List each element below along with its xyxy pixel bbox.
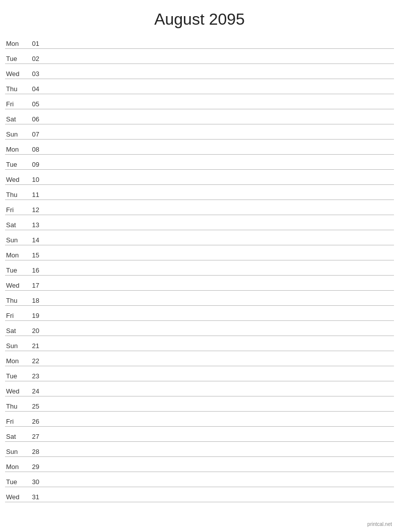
day-line [39, 334, 394, 335]
day-name: Mon [5, 251, 24, 259]
day-row: Fri12 [5, 200, 394, 215]
day-row: Thu25 [5, 396, 394, 412]
day-line [39, 77, 394, 78]
day-name: Wed [5, 493, 24, 501]
day-number: 10 [24, 176, 39, 183]
day-name: Sat [5, 433, 24, 440]
day-number: 29 [24, 463, 39, 471]
day-line [39, 168, 394, 168]
day-row: Fri19 [5, 306, 394, 321]
day-name: Fri [5, 312, 24, 319]
day-name: Wed [5, 387, 24, 395]
day-row: Sat27 [5, 427, 394, 442]
day-name: Mon [5, 146, 24, 153]
day-number: 15 [24, 251, 39, 259]
day-row: Mon22 [5, 351, 394, 366]
day-name: Thu [5, 403, 24, 410]
day-number: 20 [24, 327, 39, 335]
day-name: Mon [5, 357, 24, 365]
day-number: 09 [24, 161, 39, 168]
day-row: Mon29 [5, 457, 394, 472]
day-line [39, 455, 394, 455]
day-number: 13 [24, 221, 39, 229]
day-line [39, 258, 394, 259]
day-line [39, 379, 394, 380]
day-number: 21 [24, 342, 39, 350]
day-row: Fri26 [5, 412, 394, 427]
day-line [39, 47, 394, 47]
day-number: 27 [24, 433, 39, 440]
day-number: 19 [24, 312, 39, 319]
day-name: Tue [5, 372, 24, 380]
day-row: Wed17 [5, 276, 394, 291]
day-number: 03 [24, 70, 39, 78]
footer-credit: printcal.net [367, 521, 392, 527]
day-name: Tue [5, 55, 24, 62]
day-row: Sat06 [5, 109, 394, 124]
day-name: Thu [5, 85, 24, 93]
day-row: Sun21 [5, 336, 394, 351]
day-number: 16 [24, 267, 39, 274]
day-row: Tue23 [5, 366, 394, 381]
day-name: Sat [5, 327, 24, 335]
day-name: Fri [5, 100, 24, 108]
day-line [39, 440, 394, 440]
day-name: Mon [5, 40, 24, 47]
day-name: Sun [5, 236, 24, 244]
day-row: Tue16 [5, 260, 394, 276]
day-number: 14 [24, 236, 39, 244]
day-line [39, 304, 394, 304]
day-number: 24 [24, 387, 39, 395]
day-name: Fri [5, 418, 24, 425]
day-row: Tue30 [5, 472, 394, 487]
day-line [39, 243, 394, 244]
day-number: 30 [24, 478, 39, 486]
day-number: 06 [24, 115, 39, 123]
day-line [39, 410, 394, 410]
day-number: 08 [24, 146, 39, 153]
day-row: Mon01 [5, 34, 394, 49]
day-line [39, 198, 394, 198]
day-row: Tue02 [5, 49, 394, 64]
day-line [39, 122, 394, 123]
day-line [39, 228, 394, 229]
day-row: Sun28 [5, 442, 394, 457]
day-name: Fri [5, 206, 24, 214]
day-line [39, 92, 394, 93]
day-name: Thu [5, 191, 24, 198]
day-name: Sun [5, 448, 24, 455]
day-number: 31 [24, 493, 39, 501]
day-row: Sat13 [5, 215, 394, 230]
day-name: Sun [5, 130, 24, 138]
day-row: Sun07 [5, 124, 394, 140]
day-line [39, 183, 394, 183]
day-name: Sun [5, 342, 24, 350]
day-number: 18 [24, 297, 39, 304]
page-title: August 2095 [0, 0, 399, 34]
day-name: Tue [5, 267, 24, 274]
day-line [39, 364, 394, 365]
day-row: Wed03 [5, 64, 394, 79]
day-number: 05 [24, 100, 39, 108]
calendar-container: Mon01Tue02Wed03Thu04Fri05Sat06Sun07Mon08… [0, 34, 399, 502]
day-row: Sat20 [5, 321, 394, 336]
day-number: 25 [24, 403, 39, 410]
day-line [39, 138, 394, 138]
day-name: Thu [5, 297, 24, 304]
day-name: Mon [5, 463, 24, 471]
day-line [39, 62, 394, 62]
day-row: Thu18 [5, 291, 394, 306]
day-name: Tue [5, 478, 24, 486]
day-row: Thu04 [5, 79, 394, 94]
day-row: Mon15 [5, 245, 394, 260]
day-number: 28 [24, 448, 39, 455]
day-row: Fri05 [5, 94, 394, 109]
day-number: 26 [24, 418, 39, 425]
day-line [39, 470, 394, 471]
day-number: 23 [24, 372, 39, 380]
day-row: Wed10 [5, 170, 394, 185]
day-name: Sat [5, 221, 24, 229]
day-number: 02 [24, 55, 39, 62]
day-row: Thu11 [5, 185, 394, 200]
day-number: 01 [24, 40, 39, 47]
